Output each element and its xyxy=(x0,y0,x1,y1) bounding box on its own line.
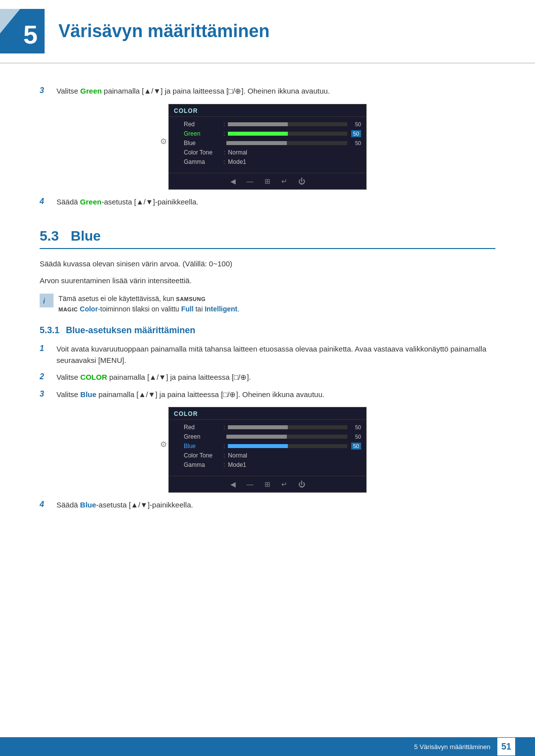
colortone-value: Normal xyxy=(228,149,247,156)
blue-label-menu: Blue xyxy=(184,140,223,147)
step-531-4-text: Säädä Blue-asetusta [▲/▼]-painikkeella. xyxy=(56,500,193,511)
red-bar xyxy=(228,122,347,126)
gamma-value-b: Mode1 xyxy=(228,461,246,468)
subsection-531-label: Blue-asetuksen määrittäminen xyxy=(66,325,195,335)
main-content: 3 Valitse Green painamalla [▲/▼] ja pain… xyxy=(0,64,535,547)
bottom-icon-2: — xyxy=(247,177,254,185)
subsection-531-num: 5.3.1 xyxy=(40,325,59,335)
step-531-3-num: 3 xyxy=(40,390,54,399)
bottom-icon-5: ⏻ xyxy=(298,177,305,185)
color-menu-green: COLOR ⚙ Red : 50 Green : 50 xyxy=(168,104,367,190)
green-label-b: Green xyxy=(184,433,223,440)
blue-label-menu-b: Blue xyxy=(184,443,223,450)
gamma-label-b: Gamma xyxy=(184,461,223,468)
step-531-4-num: 4 xyxy=(40,500,54,509)
green-bar-fill xyxy=(228,132,287,136)
menu-row-red: Red : 50 xyxy=(184,121,361,128)
red-label-b: Red xyxy=(184,424,223,431)
section-53-title: 5.3 Blue xyxy=(40,228,495,249)
chapter-title: Värisävyn määrittäminen xyxy=(58,21,269,42)
step-531-1-text: Voit avata kuvaruutuoppaan painamalla mi… xyxy=(56,344,495,366)
colortone-value-b: Normal xyxy=(228,452,247,459)
green-value: 50 xyxy=(351,130,361,137)
bottom-icon-b-1: ◀ xyxy=(230,480,236,488)
bottom-icon-1: ◀ xyxy=(230,177,236,185)
bottom-icon-4: ↵ xyxy=(281,177,287,185)
blue-value: 50 xyxy=(351,140,361,146)
note-full: Full xyxy=(181,305,194,313)
section-53-num: 5.3 xyxy=(40,228,59,244)
menu-row-colortone: Color Tone : Normal xyxy=(184,149,361,156)
section-53-label: Blue xyxy=(71,228,101,244)
blue-bar-fill-b xyxy=(228,444,287,448)
green-label-menu: Green xyxy=(184,130,223,137)
chapter-number: 5 xyxy=(23,20,38,50)
subsection-531-title: 5.3.1 Blue-asetuksen määrittäminen xyxy=(40,325,495,336)
menu-row-green: Green : 50 xyxy=(184,130,361,137)
blue-bar-b xyxy=(228,444,347,448)
menu-icon-blue: ⚙ xyxy=(160,440,167,449)
bottom-icon-3: ⊞ xyxy=(265,177,270,185)
green-bar xyxy=(228,132,347,136)
red-value: 50 xyxy=(351,121,361,127)
color-menu-green-content: ⚙ Red : 50 Green : 50 Blue xyxy=(169,117,366,173)
footer-text: 5 Värisävyn määrittäminen xyxy=(414,743,490,751)
section-53-body2: Arvon suurentaminen lisää värin intensit… xyxy=(40,275,495,287)
menu-row-red-b: Red : 50 xyxy=(184,424,361,431)
bottom-icon-b-4: ↵ xyxy=(281,480,287,488)
red-bar-fill-b xyxy=(228,425,287,429)
bottom-icons-green: ◀ — ⊞ ↵ ⏻ xyxy=(169,173,366,189)
red-value-b: 50 xyxy=(351,424,361,430)
step-4-green-text: Säädä Green-asetusta [▲/▼]-painikkeella. xyxy=(56,197,199,208)
bottom-icons-blue: ◀ — ⊞ ↵ ⏻ xyxy=(169,476,366,492)
color-menu-green-title: COLOR xyxy=(169,104,366,117)
step-531-1: 1 Voit avata kuvaruutuoppaan painamalla … xyxy=(40,344,495,366)
colortone-label: Color Tone xyxy=(184,149,223,156)
note-text: Tämä asetus ei ole käytettävissä, kun SA… xyxy=(58,294,239,314)
step-number-4: 4 xyxy=(40,197,54,206)
note-intelligent: Intelligent xyxy=(205,305,237,313)
green-bar-b xyxy=(226,435,347,439)
red-bar-b xyxy=(228,425,347,429)
step-531-3: 3 Valitse Blue painamalla [▲/▼] ja paina… xyxy=(40,389,495,401)
green-value-b: 50 xyxy=(351,434,361,440)
bottom-icon-b-3: ⊞ xyxy=(265,480,270,488)
menu-row-colortone-b: Color Tone : Normal xyxy=(184,452,361,459)
note-svg: i xyxy=(41,295,52,306)
green-label-4: Green xyxy=(80,198,102,206)
chapter-header: 5 Värisävyn määrittäminen xyxy=(0,0,535,64)
red-label: Red xyxy=(184,121,223,128)
step-531-4: 4 Säädä Blue-asetusta [▲/▼]-painikkeella… xyxy=(40,500,495,511)
blue-label-step3: Blue xyxy=(80,390,97,399)
gamma-value: Mode1 xyxy=(228,158,246,165)
menu-row-blue-b: Blue : 50 xyxy=(184,443,361,450)
bottom-icon-b-5: ⏻ xyxy=(298,480,305,488)
colortone-label-b: Color Tone xyxy=(184,452,223,459)
page-footer: 5 Värisävyn määrittäminen 51 xyxy=(0,737,535,756)
step-531-2-num: 2 xyxy=(40,372,54,381)
step-531-3-text: Valitse Blue painamalla [▲/▼] ja paina l… xyxy=(56,389,324,401)
step-4-green: 4 Säädä Green-asetusta [▲/▼]-painikkeell… xyxy=(40,197,495,208)
step-531-2: 2 Valitse COLOR painamalla [▲/▼] ja pain… xyxy=(40,372,495,383)
menu-row-green-b: Green 50 xyxy=(184,433,361,440)
color-menu-blue: COLOR ⚙ Red : 50 Green 50 xyxy=(168,407,367,493)
footer-page-num: 51 xyxy=(497,738,515,756)
blue-bar-fill xyxy=(226,141,287,145)
menu-row-gamma: Gamma : Mode1 xyxy=(184,158,361,165)
blue-value-b: 50 xyxy=(351,443,361,450)
bottom-icon-b-2: — xyxy=(247,480,254,488)
step-531-1-num: 1 xyxy=(40,344,54,353)
red-bar-fill xyxy=(228,122,287,126)
chapter-number-box: 5 xyxy=(0,9,45,53)
step-3-green: 3 Valitse Green painamalla [▲/▼] ja pain… xyxy=(40,86,495,97)
section-53-body1: Säädä kuvassa olevan sinisen värin arvoa… xyxy=(40,258,495,270)
color-menu-blue-content: ⚙ Red : 50 Green 50 Blue xyxy=(169,420,366,476)
green-bar-fill-b xyxy=(226,435,287,439)
menu-icon: ⚙ xyxy=(160,137,167,146)
step-531-2-text: Valitse COLOR painamalla [▲/▼] ja paina … xyxy=(56,372,251,383)
blue-bar xyxy=(226,141,347,145)
color-label: COLOR xyxy=(80,373,107,381)
gamma-label: Gamma xyxy=(184,158,223,165)
step-3-green-text: Valitse Green painamalla [▲/▼] ja paina … xyxy=(56,86,330,97)
menu-row-blue: Blue 50 xyxy=(184,140,361,147)
